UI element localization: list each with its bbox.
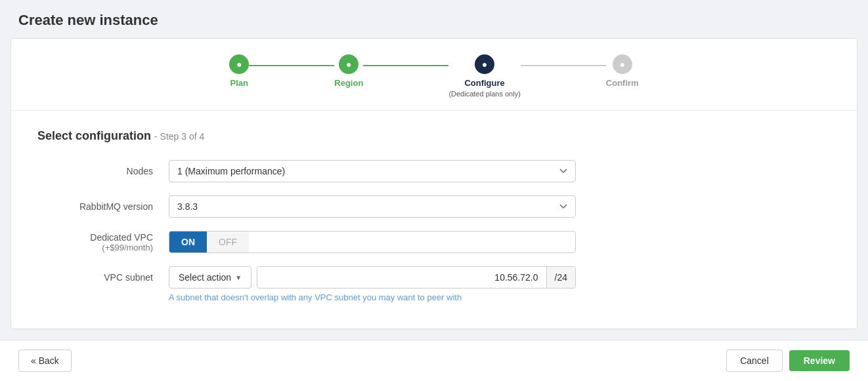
- vpc-toggle: ON OFF: [169, 231, 576, 253]
- rabbitmq-version-select[interactable]: 3.8.3 3.7.28 3.6.16: [169, 195, 576, 218]
- vpc-subnet-label: VPC subnet: [37, 272, 169, 283]
- footer-right: Cancel Review: [726, 350, 850, 372]
- review-button[interactable]: Review: [789, 350, 850, 371]
- back-button[interactable]: « Back: [18, 350, 72, 372]
- vpc-toggle-on[interactable]: ON: [169, 231, 207, 252]
- step-confirm: ● Confirm: [606, 54, 639, 89]
- vpc-subnet-hint: A subnet that doesn't overlap with any V…: [169, 289, 462, 302]
- page-title: Create new instance: [0, 0, 868, 38]
- section-title: Select configuration - Step 3 of 4: [37, 129, 831, 143]
- nodes-control: 1 (Maximum performance) 3 (High availabi…: [169, 160, 576, 182]
- connector-1: [249, 65, 334, 66]
- connector-3: [521, 65, 606, 66]
- step-configure: ● Configure (Dedicated plans only): [448, 54, 520, 98]
- subnet-cidr: /24: [546, 267, 575, 288]
- dedicated-vpc-row: Dedicated VPC (+$99/month) ON OFF: [37, 231, 831, 253]
- step-plan: ● Plan: [229, 54, 249, 89]
- stepper-section: ● Plan ● Region ● Configure (Dedicated p…: [11, 39, 857, 111]
- dedicated-vpc-label: Dedicated VPC (+$99/month): [37, 232, 169, 252]
- dedicated-vpc-control: ON OFF: [169, 231, 576, 253]
- vpc-toggle-off[interactable]: OFF: [207, 231, 249, 252]
- step-configure-dot: ●: [475, 54, 494, 74]
- vpc-subnet-hint-row: A subnet that doesn't overlap with any V…: [37, 289, 831, 302]
- form-section: Select configuration - Step 3 of 4 Nodes…: [11, 111, 857, 326]
- vpc-subnet-controls: Select action ▼ /24: [169, 266, 576, 289]
- step-configure-label: Configure (Dedicated plans only): [448, 78, 520, 98]
- rabbitmq-version-control: 3.8.3 3.7.28 3.6.16: [169, 195, 576, 218]
- step-region-dot: ●: [339, 54, 358, 74]
- connector-2: [363, 65, 448, 66]
- footer-bar: « Back Cancel Review: [0, 340, 868, 381]
- cancel-button[interactable]: Cancel: [726, 350, 783, 372]
- step-region: ● Region: [334, 54, 363, 89]
- step-confirm-dot: ●: [613, 54, 632, 74]
- hint-spacer: [37, 289, 169, 302]
- step-plan-label: Plan: [230, 78, 248, 89]
- rabbitmq-version-row: RabbitMQ version 3.8.3 3.7.28 3.6.16: [37, 195, 831, 218]
- step-confirm-label: Confirm: [606, 78, 639, 89]
- vpc-subnet-row: VPC subnet Select action ▼ /24: [37, 266, 831, 289]
- caret-icon: ▼: [235, 274, 242, 281]
- main-card: ● Plan ● Region ● Configure (Dedicated p…: [11, 38, 857, 329]
- subnet-input-wrapper: /24: [257, 266, 576, 289]
- subnet-ip-input[interactable]: [257, 267, 546, 288]
- nodes-select[interactable]: 1 (Maximum performance) 3 (High availabi…: [169, 160, 576, 182]
- nodes-label: Nodes: [37, 166, 169, 176]
- step-region-label: Region: [334, 78, 363, 89]
- rabbitmq-version-label: RabbitMQ version: [37, 201, 169, 212]
- step-plan-dot: ●: [229, 54, 249, 74]
- select-action-button[interactable]: Select action ▼: [169, 266, 251, 289]
- select-action-label: Select action: [179, 272, 231, 283]
- nodes-row: Nodes 1 (Maximum performance) 3 (High av…: [37, 160, 831, 182]
